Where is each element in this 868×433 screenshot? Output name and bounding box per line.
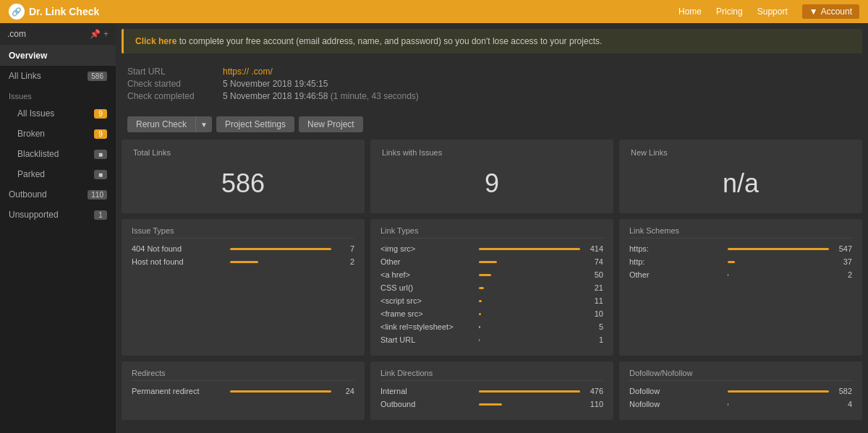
badge-parked: ■ (94, 170, 107, 179)
scheme-https: https: 547 (629, 244, 852, 253)
start-url-value: https:// .com/ (223, 67, 273, 77)
start-url-label: Start URL (127, 67, 214, 77)
sidebar-label-broken: Broken (17, 129, 45, 139)
link-schemes-card: Link Schemes https: 547 http: 37 Other (619, 219, 862, 356)
logo-icon: 🔗 (9, 4, 25, 20)
badge-all-issues: 9 (94, 109, 107, 119)
link-directions-card: Link Directions Internal 476 Outbound 11… (370, 361, 613, 420)
sidebar-label-outbound: Outbound (9, 189, 47, 200)
add-icon[interactable]: + (103, 29, 109, 39)
new-links-card: New Links n/a (619, 140, 862, 213)
pin-icon[interactable]: 📌 (90, 29, 101, 39)
sidebar-label-all-issues: All Issues (17, 108, 54, 119)
link-type-css: CSS url() 21 (380, 283, 603, 292)
detail-cards-row: Issue Types 404 Not found 7 Host not fou… (122, 219, 862, 356)
links-with-issues-card: Links with Issues 9 (370, 140, 613, 213)
main-layout: .com 📌 + Overview All Links 586 Issues A… (0, 23, 868, 433)
nav-pricing[interactable]: Pricing (716, 7, 743, 17)
alert-message: to complete your free account (email add… (179, 36, 603, 46)
action-buttons: Rerun Check ▼ Project Settings New Proje… (116, 111, 868, 140)
total-links-value: 586 (133, 163, 353, 205)
redirects-card: Redirects Permanent redirect 24 (122, 361, 365, 420)
sidebar-project[interactable]: .com 📌 + (0, 23, 116, 46)
link-types-title: Link Types (380, 226, 603, 239)
bottom-cards-row: Redirects Permanent redirect 24 Link Dir… (122, 361, 862, 420)
rerun-dropdown-arrow[interactable]: ▼ (195, 116, 212, 132)
check-started-label: Check started (127, 79, 214, 89)
rerun-button[interactable]: Rerun Check (127, 116, 195, 132)
top-navigation: 🔗 Dr. Link Check Home Pricing Support ▼A… (0, 0, 868, 23)
sidebar-nav: Overview All Links 586 Issues All Issues… (0, 46, 116, 433)
link-type-img: <img src> 414 (380, 244, 603, 253)
link-type-frame: <frame src> 10 (380, 309, 603, 318)
sidebar-label-all-links: All Links (9, 71, 41, 81)
link-directions-title: Link Directions (380, 369, 603, 381)
total-links-title: Total Links (133, 148, 353, 157)
nofollow-row: Nofollow 4 (629, 400, 852, 408)
summary-cards-row: Total Links 586 Links with Issues 9 New … (122, 140, 862, 213)
project-name: .com (7, 29, 87, 39)
sidebar-item-all-links[interactable]: All Links 586 (0, 66, 116, 86)
issue-type-404: 404 Not found 7 (132, 244, 354, 253)
new-links-value: n/a (631, 163, 851, 205)
total-links-card: Total Links 586 (122, 140, 365, 213)
sidebar-label-unsupported: Unsupported (9, 210, 59, 220)
link-type-link: <link rel=stylesheet> 5 (380, 322, 603, 331)
nav-home[interactable]: Home (678, 7, 702, 17)
check-completed-value: 5 November 2018 19:46:58 (1 minute, 43 s… (223, 91, 419, 101)
check-completed-row: Check completed 5 November 2018 19:46:58… (127, 91, 856, 101)
sidebar-item-outbound[interactable]: Outbound 110 (0, 184, 116, 205)
issue-types-title: Issue Types (132, 226, 354, 239)
badge-all-links: 586 (88, 72, 107, 81)
sidebar-item-overview[interactable]: Overview (0, 46, 116, 66)
link-schemes-title: Link Schemes (629, 226, 852, 239)
content-area: Click here to complete your free account… (116, 23, 868, 433)
link-type-script: <script src> 11 (380, 296, 603, 305)
sidebar-item-all-issues[interactable]: All Issues 9 (0, 103, 116, 124)
issue-types-card: Issue Types 404 Not found 7 Host not fou… (122, 219, 365, 356)
dofollow-row: Dofollow 582 (629, 387, 852, 395)
sidebar-project-icons: 📌 + (90, 29, 109, 39)
alert-link[interactable]: Click here (135, 36, 176, 46)
info-section: Start URL https:// .com/ Check started 5… (116, 59, 868, 111)
direction-internal: Internal 476 (380, 387, 603, 395)
alert-banner: Click here to complete your free account… (122, 29, 862, 53)
sidebar: .com 📌 + Overview All Links 586 Issues A… (0, 23, 116, 433)
check-started-value: 5 November 2018 19:45:15 (223, 79, 328, 89)
badge-blacklisted: ■ (94, 150, 107, 159)
dofollow-card: Dofollow/Nofollow Dofollow 582 Nofollow … (619, 361, 862, 420)
link-type-a: <a href> 50 (380, 270, 603, 279)
nav-support[interactable]: Support (757, 7, 788, 17)
project-settings-button[interactable]: Project Settings (216, 116, 294, 132)
issue-type-host: Host not found 2 (132, 257, 354, 266)
new-links-title: New Links (631, 148, 851, 157)
nav-links: Home Pricing Support ▼Account (678, 4, 859, 19)
check-started-row: Check started 5 November 2018 19:45:15 (127, 79, 856, 89)
rerun-button-group: Rerun Check ▼ (127, 116, 212, 132)
logo-text: Dr. Link Check (29, 6, 99, 17)
scheme-http: http: 37 (629, 257, 852, 266)
scheme-other: Other 2 (629, 270, 852, 279)
new-project-button[interactable]: New Project (299, 116, 363, 132)
bar-host (230, 261, 258, 263)
sidebar-section-issues: Issues (0, 86, 116, 103)
sidebar-label-blacklisted: Blacklisted (17, 149, 59, 159)
bar-404 (230, 248, 331, 250)
redirects-title: Redirects (132, 369, 354, 381)
badge-outbound: 110 (88, 190, 107, 200)
sidebar-item-parked[interactable]: Parked ■ (0, 164, 116, 184)
account-button[interactable]: ▼Account (802, 4, 859, 19)
sidebar-label-overview: Overview (9, 51, 47, 61)
sidebar-item-blacklisted[interactable]: Blacklisted ■ (0, 144, 116, 164)
dofollow-title: Dofollow/Nofollow (629, 369, 852, 381)
badge-unsupported: 1 (94, 210, 107, 220)
badge-broken: 9 (94, 129, 107, 139)
logo: 🔗 Dr. Link Check (9, 4, 99, 20)
sidebar-item-unsupported[interactable]: Unsupported 1 (0, 205, 116, 225)
links-with-issues-title: Links with Issues (382, 148, 602, 157)
stats-section: Total Links 586 Links with Issues 9 New … (116, 140, 868, 426)
sidebar-item-broken[interactable]: Broken 9 (0, 124, 116, 144)
link-type-other: Other 74 (380, 257, 603, 266)
redirect-permanent: Permanent redirect 24 (132, 387, 354, 395)
start-url-row: Start URL https:// .com/ (127, 67, 856, 77)
